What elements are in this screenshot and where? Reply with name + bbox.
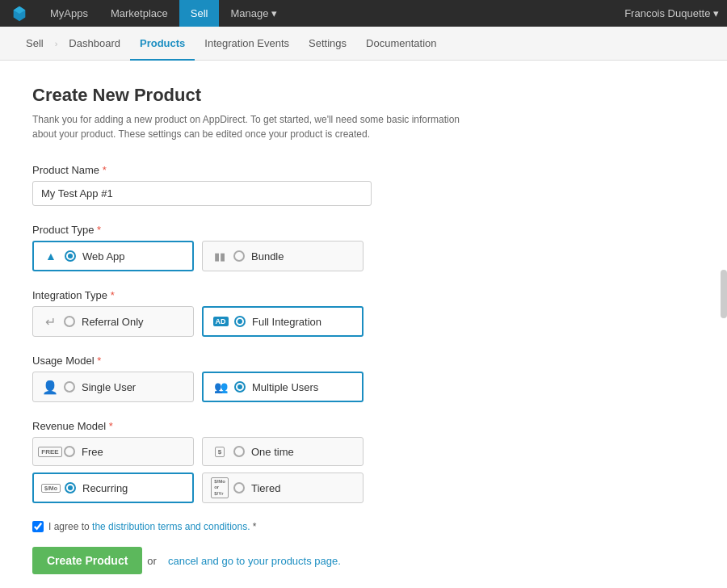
recurring-icon: $/Mo (44, 481, 58, 495)
nav-manage[interactable]: Manage ▾ (219, 0, 288, 27)
revenue-recurring[interactable]: $/Mo Recurring (32, 472, 194, 503)
revenue-free[interactable]: FREE Free (32, 437, 194, 466)
terms-row: I agree to the distribution terms and co… (32, 521, 469, 532)
webapp-icon: ▲ (44, 249, 58, 263)
usage-single-user[interactable]: 👤 Single User (32, 372, 194, 402)
bundle-label: Bundle (251, 250, 284, 262)
integration-referral[interactable]: ↵ Referral Only (32, 306, 194, 337)
integration-type-group: Integration Type * ↵ Referral Only AD Fu… (32, 289, 469, 337)
tiered-radio[interactable] (233, 482, 245, 494)
subnav-documentation[interactable]: Documentation (356, 27, 446, 61)
product-name-label: Product Name * (32, 164, 469, 176)
webapp-radio[interactable] (65, 250, 76, 262)
single-user-label: Single User (82, 381, 136, 393)
bundle-radio[interactable] (233, 250, 245, 262)
usage-multiple-users[interactable]: 👥 Multiple Users (202, 372, 364, 402)
tiered-label: Tiered (251, 482, 280, 494)
multiple-users-label: Multiple Users (252, 381, 318, 393)
page-title: Create New Product (32, 85, 469, 106)
recurring-radio[interactable] (65, 482, 76, 494)
subnav-sell[interactable]: Sell (16, 27, 53, 61)
product-name-group: Product Name * (32, 164, 469, 206)
revenue-one-time[interactable]: $ One time (202, 437, 364, 466)
revenue-tiered[interactable]: $/Moor$/Yr Tiered (202, 472, 364, 503)
one-time-icon: $ (212, 444, 227, 459)
referral-radio[interactable] (64, 316, 75, 327)
referral-label: Referral Only (82, 316, 144, 328)
sub-navigation: Sell › Dashboard Products Integration Ev… (0, 27, 727, 61)
product-name-input[interactable] (32, 181, 372, 206)
product-type-group: Product Type * ▲ Web App ▮▮ Bundle (32, 224, 469, 271)
revenue-model-row1: FREE Free $ One time (32, 437, 469, 466)
usage-model-label: Usage Model * (32, 355, 469, 367)
nav-separator: › (55, 39, 58, 48)
free-radio[interactable] (64, 446, 75, 457)
free-label: Free (82, 446, 103, 458)
page-description: Thank you for adding a new product on Ap… (32, 112, 469, 141)
product-type-label: Product Type * (32, 224, 469, 236)
product-type-webapp[interactable]: ▲ Web App (32, 241, 194, 271)
user-menu[interactable]: Francois Duquette ▾ (624, 7, 719, 19)
integration-full[interactable]: AD Full Integration (202, 306, 364, 337)
multiple-users-radio[interactable] (234, 381, 246, 393)
create-product-button[interactable]: Create Product (32, 547, 142, 574)
scrollbar[interactable] (721, 270, 727, 318)
logo[interactable] (8, 2, 31, 25)
recurring-label: Recurring (82, 482, 128, 494)
subnav-integration-events[interactable]: Integration Events (195, 27, 299, 61)
terms-checkbox[interactable] (32, 521, 44, 532)
full-integration-radio[interactable] (234, 316, 246, 327)
referral-icon: ↵ (43, 314, 57, 329)
full-integration-icon: AD (213, 314, 228, 329)
multiple-users-icon: 👥 (213, 380, 228, 394)
terms-link[interactable]: the distribution terms and conditions. (92, 521, 250, 532)
single-user-icon: 👤 (43, 380, 57, 394)
webapp-label: Web App (82, 250, 125, 262)
cancel-text: or (147, 555, 157, 567)
tiered-icon: $/Moor$/Yr (212, 481, 227, 495)
revenue-model-row2: $/Mo Recurring $/Moor$/Yr Tiered (32, 472, 469, 503)
terms-label: I agree to the distribution terms and co… (48, 521, 257, 532)
main-content: Create New Product Thank you for adding … (0, 61, 501, 588)
nav-marketplace[interactable]: Marketplace (99, 0, 179, 27)
revenue-model-group: Revenue Model * FREE Free $ One time (32, 420, 469, 503)
single-user-radio[interactable] (64, 381, 75, 393)
usage-model-options: 👤 Single User 👥 Multiple Users (32, 372, 469, 402)
one-time-radio[interactable] (233, 446, 245, 457)
top-navigation: MyApps Marketplace Sell Manage ▾ Francoi… (0, 0, 727, 27)
one-time-label: One time (251, 446, 294, 458)
top-nav-links: MyApps Marketplace Sell Manage ▾ (39, 0, 624, 27)
nav-myapps[interactable]: MyApps (39, 0, 99, 27)
free-icon: FREE (43, 444, 57, 459)
integration-type-label: Integration Type * (32, 289, 469, 301)
form-actions: Create Product or cancel and go to your … (32, 547, 469, 574)
cancel-link[interactable]: cancel and go to your products page. (168, 555, 341, 567)
usage-model-group: Usage Model * 👤 Single User 👥 Multiple U… (32, 355, 469, 402)
integration-type-options: ↵ Referral Only AD Full Integration (32, 306, 469, 337)
product-type-bundle[interactable]: ▮▮ Bundle (202, 241, 364, 271)
subnav-products[interactable]: Products (130, 27, 195, 61)
subnav-settings[interactable]: Settings (299, 27, 356, 61)
subnav-dashboard[interactable]: Dashboard (59, 27, 130, 61)
product-type-options: ▲ Web App ▮▮ Bundle (32, 241, 469, 271)
nav-sell[interactable]: Sell (179, 0, 220, 27)
revenue-model-label: Revenue Model * (32, 420, 469, 432)
bundle-icon: ▮▮ (212, 249, 227, 263)
full-integration-label: Full Integration (252, 316, 321, 328)
